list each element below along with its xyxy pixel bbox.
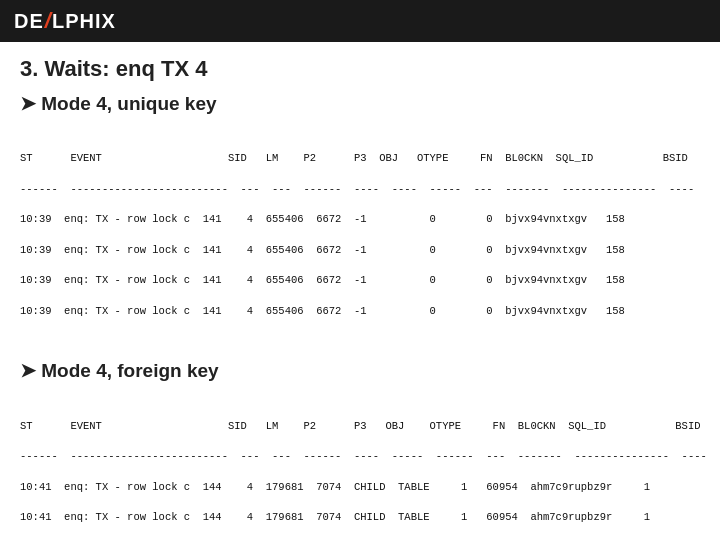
foreign-key-table: ST EVENT SID LM P2 P3 OBJ OTYPE FN BL0CK… bbox=[20, 388, 700, 540]
main-content: 3. Waits: enq TX 4 ➤ Mode 4, unique key … bbox=[0, 42, 720, 540]
logo-lphix: LPHIX bbox=[52, 10, 116, 33]
main-title: 3. Waits: enq TX 4 bbox=[20, 56, 700, 82]
header-bar: DE / LPHIX bbox=[0, 0, 720, 42]
section-unique-key: ➤ Mode 4, unique key ST EVENT SID LM P2 … bbox=[20, 92, 700, 349]
unique-key-title: ➤ Mode 4, unique key bbox=[20, 92, 700, 115]
logo: DE / LPHIX bbox=[14, 8, 116, 34]
arrow-foreign: ➤ bbox=[20, 360, 41, 381]
arrow-unique: ➤ bbox=[20, 93, 41, 114]
logo-de: DE bbox=[14, 10, 44, 33]
foreign-key-title: ➤ Mode 4, foreign key bbox=[20, 359, 700, 382]
logo-slash: / bbox=[45, 8, 51, 34]
section-foreign-key: ➤ Mode 4, foreign key ST EVENT SID LM P2… bbox=[20, 359, 700, 540]
unique-key-table: ST EVENT SID LM P2 P3 OBJ OTYPE FN BL0CK… bbox=[20, 121, 700, 349]
